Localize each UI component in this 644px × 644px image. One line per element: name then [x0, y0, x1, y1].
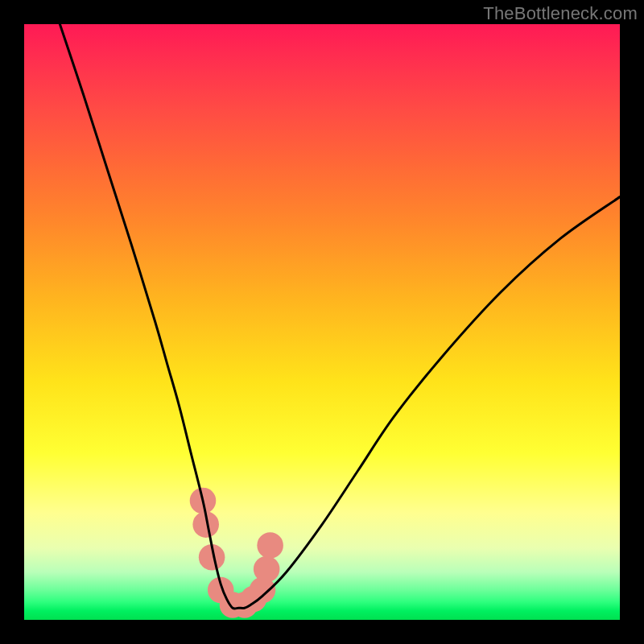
plot-area [24, 24, 620, 620]
bottleneck-curve [60, 24, 620, 609]
chart-frame: TheBottleneck.com [0, 0, 644, 644]
marker-dot [254, 556, 280, 583]
watermark: TheBottleneck.com [483, 3, 638, 24]
curve-layer [24, 24, 620, 620]
marker-dot [257, 532, 283, 559]
